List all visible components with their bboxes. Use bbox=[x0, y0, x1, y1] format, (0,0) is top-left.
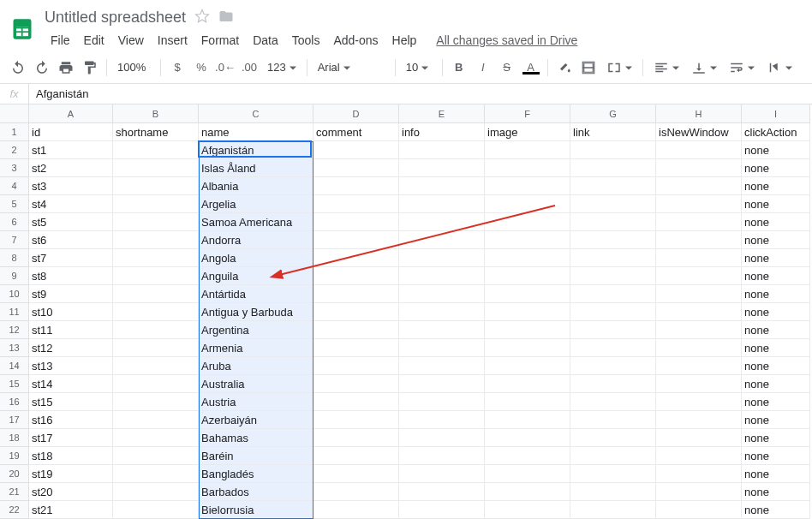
cell[interactable]: none bbox=[742, 267, 810, 285]
cell[interactable] bbox=[656, 249, 742, 267]
cell[interactable] bbox=[570, 447, 656, 465]
text-color-button[interactable]: A bbox=[520, 57, 542, 79]
cell[interactable] bbox=[570, 141, 656, 159]
row-header-17[interactable]: 17 bbox=[0, 411, 29, 429]
cell[interactable] bbox=[113, 357, 199, 375]
borders-button[interactable] bbox=[577, 57, 600, 79]
cell[interactable]: none bbox=[742, 429, 810, 447]
cell[interactable]: none bbox=[742, 195, 810, 213]
row-header-5[interactable]: 5 bbox=[0, 195, 29, 213]
cell[interactable] bbox=[113, 141, 199, 159]
cell[interactable] bbox=[656, 231, 742, 249]
cell[interactable]: st1 bbox=[29, 141, 113, 159]
cell[interactable]: none bbox=[742, 357, 810, 375]
cell[interactable] bbox=[113, 483, 199, 501]
italic-button[interactable]: I bbox=[472, 57, 494, 79]
cell[interactable] bbox=[485, 483, 570, 501]
cell[interactable] bbox=[113, 195, 199, 213]
cell[interactable]: st17 bbox=[29, 429, 113, 447]
cell[interactable] bbox=[399, 339, 485, 357]
row-header-3[interactable]: 3 bbox=[0, 159, 29, 177]
cell[interactable] bbox=[656, 303, 742, 321]
cell[interactable] bbox=[313, 177, 399, 195]
cell[interactable]: Angola bbox=[199, 249, 313, 267]
cell[interactable]: none bbox=[742, 141, 810, 159]
col-header-E[interactable]: E bbox=[399, 104, 485, 123]
cell[interactable] bbox=[656, 285, 742, 303]
cell[interactable]: none bbox=[742, 285, 810, 303]
cell[interactable]: st8 bbox=[29, 267, 113, 285]
cell[interactable] bbox=[399, 465, 485, 483]
cell[interactable]: Argentina bbox=[199, 321, 313, 339]
cell[interactable] bbox=[485, 159, 570, 177]
cell[interactable] bbox=[485, 375, 570, 393]
cell[interactable] bbox=[399, 267, 485, 285]
cell[interactable]: Armenia bbox=[199, 339, 313, 357]
cell[interactable] bbox=[485, 465, 570, 483]
zoom-dropdown[interactable]: 100% bbox=[112, 57, 155, 79]
cell[interactable]: st16 bbox=[29, 411, 113, 429]
cell[interactable] bbox=[656, 393, 742, 411]
star-icon[interactable] bbox=[194, 9, 210, 27]
cell[interactable] bbox=[113, 159, 199, 177]
cell[interactable] bbox=[570, 483, 656, 501]
cell[interactable]: st12 bbox=[29, 339, 113, 357]
row-header-22[interactable]: 22 bbox=[0, 501, 29, 519]
cell[interactable] bbox=[399, 321, 485, 339]
cell[interactable] bbox=[570, 249, 656, 267]
cell[interactable]: st5 bbox=[29, 213, 113, 231]
cell[interactable]: Afganistán bbox=[199, 141, 313, 159]
bold-button[interactable]: B bbox=[448, 57, 470, 79]
cell[interactable] bbox=[570, 195, 656, 213]
cell[interactable] bbox=[313, 339, 399, 357]
cell[interactable] bbox=[485, 393, 570, 411]
cell[interactable] bbox=[485, 213, 570, 231]
col-header-B[interactable]: B bbox=[113, 104, 199, 123]
col-header-A[interactable]: A bbox=[29, 104, 113, 123]
cell[interactable]: Antártida bbox=[199, 285, 313, 303]
cell[interactable]: none bbox=[742, 501, 810, 519]
cell[interactable]: isNewWindow bbox=[656, 123, 742, 141]
row-header-13[interactable]: 13 bbox=[0, 339, 29, 357]
cell[interactable] bbox=[570, 321, 656, 339]
cell[interactable] bbox=[570, 213, 656, 231]
col-header-F[interactable]: F bbox=[485, 104, 570, 123]
cell[interactable] bbox=[113, 267, 199, 285]
wrap-dropdown[interactable] bbox=[724, 57, 760, 79]
print-button[interactable] bbox=[55, 57, 77, 79]
valign-dropdown[interactable] bbox=[686, 57, 722, 79]
cell[interactable] bbox=[570, 429, 656, 447]
col-header-C[interactable]: C bbox=[199, 104, 313, 123]
row-header-10[interactable]: 10 bbox=[0, 285, 29, 303]
cell[interactable] bbox=[570, 375, 656, 393]
cell[interactable] bbox=[399, 429, 485, 447]
cell[interactable] bbox=[313, 321, 399, 339]
row-header-21[interactable]: 21 bbox=[0, 483, 29, 501]
cell[interactable]: comment bbox=[313, 123, 399, 141]
row-header-2[interactable]: 2 bbox=[0, 141, 29, 159]
number-format-dropdown[interactable]: 123 bbox=[262, 57, 302, 79]
cell[interactable] bbox=[313, 483, 399, 501]
menu-addons[interactable]: Add-ons bbox=[327, 30, 384, 51]
cell[interactable] bbox=[485, 357, 570, 375]
undo-button[interactable] bbox=[7, 57, 29, 79]
menu-view[interactable]: View bbox=[112, 30, 150, 51]
increase-decimal-button[interactable]: .00 bbox=[238, 57, 260, 79]
cell[interactable] bbox=[656, 213, 742, 231]
cell[interactable] bbox=[399, 411, 485, 429]
cell[interactable] bbox=[313, 375, 399, 393]
cell[interactable]: Andorra bbox=[199, 231, 313, 249]
cell[interactable]: none bbox=[742, 177, 810, 195]
cell[interactable] bbox=[313, 465, 399, 483]
cell[interactable]: Azerbaiyán bbox=[199, 411, 313, 429]
row-header-19[interactable]: 19 bbox=[0, 447, 29, 465]
cell[interactable] bbox=[399, 447, 485, 465]
cell[interactable] bbox=[313, 195, 399, 213]
cell[interactable]: Bangladés bbox=[199, 465, 313, 483]
cell[interactable] bbox=[313, 393, 399, 411]
cell[interactable]: st21 bbox=[29, 501, 113, 519]
cell[interactable]: none bbox=[742, 465, 810, 483]
cell[interactable] bbox=[570, 501, 656, 519]
cell[interactable] bbox=[113, 213, 199, 231]
cell[interactable]: st7 bbox=[29, 249, 113, 267]
